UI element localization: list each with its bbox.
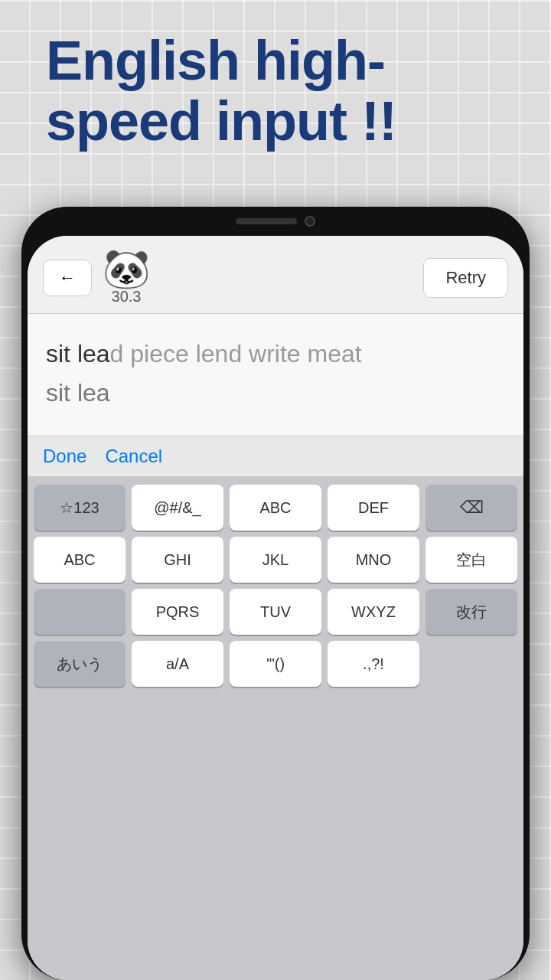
- key-row-4: あいう a/A '"() .,?! 改行: [34, 641, 517, 687]
- key-enter-jp[interactable]: 改行: [425, 589, 517, 635]
- key-jkl[interactable]: JKL: [230, 537, 321, 583]
- panda-score-container: 🐼 30.3: [103, 250, 150, 305]
- phone-screen: ← 🐼 30.3 Retry sit lead piece lend write…: [28, 236, 523, 980]
- top-bar: ← 🐼 30.3 Retry: [28, 236, 523, 314]
- phone-notch: [191, 207, 360, 236]
- current-input-line: sit lea: [46, 376, 505, 410]
- delete-key[interactable]: ⌫: [425, 485, 517, 531]
- keyboard: ☆123 @#/&_ ABC DEF ⌫ ABC GHI JKL MNO 空白: [28, 477, 523, 980]
- app-content: ← 🐼 30.3 Retry sit lead piece lend write…: [28, 236, 523, 980]
- key-row-2: ABC GHI JKL MNO 空白: [34, 537, 517, 583]
- back-button[interactable]: ←: [43, 260, 92, 296]
- key-space-jp[interactable]: 空白: [425, 537, 517, 583]
- key-symbols[interactable]: @#/&_: [132, 485, 223, 531]
- cancel-button[interactable]: Cancel: [105, 446, 162, 467]
- key-ghi[interactable]: GHI: [132, 537, 223, 583]
- key-mno[interactable]: MNO: [328, 537, 419, 583]
- key-punctuation[interactable]: .,?!: [328, 641, 419, 687]
- key-abc2[interactable]: ABC: [34, 537, 126, 583]
- key-quotes[interactable]: '"(): [230, 641, 321, 687]
- key-star123[interactable]: ☆123: [34, 485, 126, 531]
- header-section: English high- speed input !!: [46, 31, 505, 152]
- remaining-text: d piece lend write meat: [110, 340, 362, 368]
- keyboard-toolbar: Done Cancel: [28, 436, 523, 477]
- key-abc[interactable]: ABC: [230, 485, 321, 531]
- key-placeholder-left: [34, 589, 126, 635]
- key-wxyz[interactable]: WXYZ: [328, 589, 419, 635]
- typed-portion: sit lea: [46, 340, 110, 368]
- retry-button[interactable]: Retry: [423, 258, 508, 298]
- text-display-area: sit lead piece lend write meat sit lea: [28, 314, 523, 436]
- key-case-toggle[interactable]: a/A: [132, 641, 223, 687]
- panda-mascot: 🐼: [103, 250, 150, 288]
- page-title: English high- speed input !!: [46, 31, 505, 152]
- key-row-1: ☆123 @#/&_ ABC DEF ⌫: [34, 485, 517, 531]
- notch-pill: [236, 218, 297, 224]
- key-aiueo[interactable]: あいう: [34, 641, 126, 687]
- key-tuv[interactable]: TUV: [230, 589, 321, 635]
- score-display: 30.3: [112, 288, 142, 305]
- key-pqrs[interactable]: PQRS: [132, 589, 223, 635]
- phone-frame: ← 🐼 30.3 Retry sit lead piece lend write…: [21, 207, 530, 980]
- notch-camera: [305, 216, 315, 227]
- key-def[interactable]: DEF: [328, 485, 419, 531]
- done-button[interactable]: Done: [43, 446, 86, 467]
- key-row-3: PQRS TUV WXYZ 改行: [34, 589, 517, 635]
- target-text-line: sit lead piece lend write meat: [46, 337, 505, 371]
